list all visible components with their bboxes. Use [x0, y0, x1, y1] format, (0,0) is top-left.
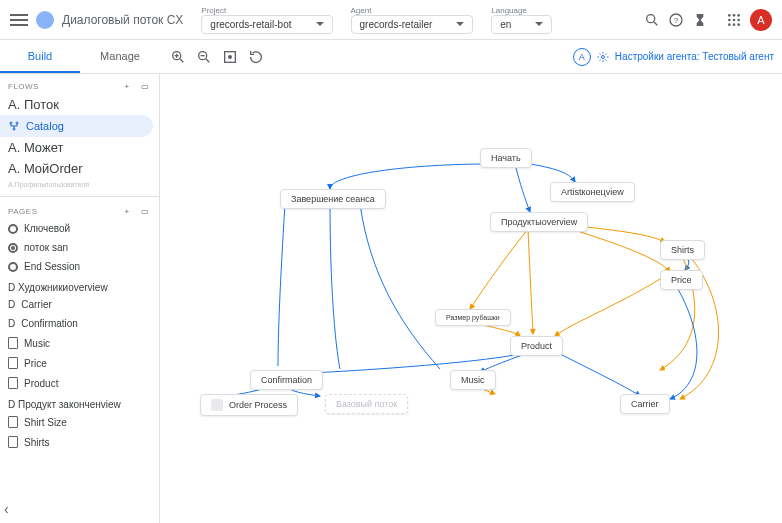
page-item[interactable]: Shirts	[0, 432, 159, 452]
svg-point-4	[728, 14, 731, 17]
letter-d-icon: D	[8, 318, 15, 329]
pages-header: PAGES	[8, 207, 37, 216]
chevron-down-icon	[535, 22, 543, 26]
page-item[interactable]: Music	[0, 333, 159, 353]
page-item[interactable]: DConfirmation	[0, 314, 159, 333]
flow-item[interactable]: А. Может	[0, 137, 159, 158]
svg-point-25	[13, 128, 15, 130]
flow-footer: А.Профильпользователя	[0, 179, 159, 194]
flow-item-active[interactable]: Catalog	[0, 115, 153, 137]
user-avatar[interactable]: A	[750, 9, 772, 31]
node-end-session[interactable]: Завершение сеанса	[280, 189, 386, 209]
page-item[interactable]: Shirt Size	[0, 412, 159, 432]
page-start[interactable]: Ключевой	[0, 219, 159, 238]
node-price[interactable]: Price	[660, 270, 703, 290]
node-product-overview[interactable]: Продуктыoverview	[490, 212, 588, 232]
hourglass-icon[interactable]	[692, 12, 708, 28]
file-icon	[8, 337, 18, 349]
file-icon	[8, 436, 18, 448]
product-logo	[36, 11, 54, 29]
collapse-sidebar-icon[interactable]: ‹	[4, 501, 9, 517]
apps-icon[interactable]	[726, 12, 742, 28]
node-product[interactable]: Product	[510, 336, 563, 356]
zoom-in-icon[interactable]	[170, 49, 186, 65]
node-shirts[interactable]: Shirts	[660, 240, 705, 260]
add-page-icon[interactable]: +	[121, 205, 133, 217]
svg-text:?: ?	[674, 15, 679, 24]
node-confirmation[interactable]: Confirmation	[250, 370, 323, 390]
product-name: Диалоговый поток CX	[62, 13, 183, 27]
page-item[interactable]: Product	[0, 373, 159, 393]
agent-label: Agent	[351, 6, 474, 15]
sidebar: FLOWS + ▭ А. Поток Catalog А. Может А. М…	[0, 74, 160, 523]
node-music[interactable]: Music	[450, 370, 496, 390]
tab-manage[interactable]: Manage	[80, 41, 160, 73]
project-label: Project	[201, 6, 332, 15]
svg-point-6	[737, 14, 740, 17]
svg-point-21	[229, 55, 232, 58]
flow-list-icon[interactable]: ▭	[139, 80, 151, 92]
help-icon[interactable]: ?	[668, 12, 684, 28]
svg-point-12	[737, 23, 740, 26]
page-item[interactable]: DCarrier	[0, 295, 159, 314]
svg-point-24	[16, 122, 18, 124]
file-icon	[8, 357, 18, 369]
search-icon[interactable]	[644, 12, 660, 28]
tab-build[interactable]: Build	[0, 41, 80, 73]
node-start[interactable]: Начать	[480, 148, 532, 168]
svg-line-16	[180, 59, 183, 62]
flow-item[interactable]: А. Поток	[0, 94, 159, 115]
page-start[interactable]: поток san	[0, 238, 159, 257]
svg-point-0	[647, 14, 655, 22]
letter-d-icon: D	[8, 299, 15, 310]
group-label: D Художникиoverview	[0, 276, 159, 295]
file-icon	[8, 416, 18, 428]
node-shirt-size[interactable]: Размер рубашки	[435, 309, 511, 326]
node-base-flow[interactable]: Базовый поток	[325, 394, 408, 414]
edges-layer	[160, 74, 782, 523]
agent-value: grecords-retailer	[360, 19, 433, 30]
chevron-down-icon	[456, 22, 464, 26]
svg-point-8	[733, 18, 736, 21]
radio-icon	[8, 243, 18, 253]
page-start[interactable]: End Session	[0, 257, 159, 276]
flows-header: FLOWS	[8, 82, 39, 91]
zoom-out-icon[interactable]	[196, 49, 212, 65]
svg-point-7	[728, 18, 731, 21]
svg-line-19	[206, 59, 209, 62]
radio-icon	[8, 262, 18, 272]
agent-settings-link[interactable]: Настройки агента: Тестовый агент	[615, 51, 774, 62]
language-label: Language	[491, 6, 552, 15]
language-value: en	[500, 19, 511, 30]
svg-line-1	[654, 22, 657, 25]
node-artist-overview[interactable]: Artistконецview	[550, 182, 635, 202]
fit-icon[interactable]	[222, 49, 238, 65]
node-order-process[interactable]: Order Process	[200, 394, 298, 416]
svg-point-23	[10, 122, 12, 124]
svg-point-10	[728, 23, 731, 26]
svg-point-22	[601, 55, 604, 58]
flow-label: Catalog	[26, 120, 64, 132]
page-item[interactable]: Price	[0, 353, 159, 373]
project-selector[interactable]: Project grecords-retail-bot	[201, 6, 332, 34]
radio-icon	[8, 224, 18, 234]
agent-selector[interactable]: Agent grecords-retailer	[351, 6, 474, 34]
graph-canvas[interactable]: Начать Завершение сеанса Artistконецview…	[160, 74, 782, 523]
settings-gear-icon[interactable]	[597, 51, 609, 63]
flow-item[interactable]: А. МойOrder	[0, 158, 159, 179]
add-flow-icon[interactable]: +	[121, 80, 133, 92]
svg-point-5	[733, 14, 736, 17]
chevron-down-icon	[316, 22, 324, 26]
subflow-icon	[211, 399, 223, 411]
svg-point-11	[733, 23, 736, 26]
svg-point-9	[737, 18, 740, 21]
group-label: D Продукт законченview	[0, 393, 159, 412]
reset-icon[interactable]	[248, 49, 264, 65]
language-selector[interactable]: Language en	[491, 6, 552, 34]
agent-avatar-icon: А	[573, 48, 591, 66]
page-list-icon[interactable]: ▭	[139, 205, 151, 217]
file-icon	[8, 377, 18, 389]
flow-branch-icon	[8, 120, 20, 132]
menu-icon[interactable]	[10, 14, 28, 26]
node-carrier[interactable]: Carrier	[620, 394, 670, 414]
